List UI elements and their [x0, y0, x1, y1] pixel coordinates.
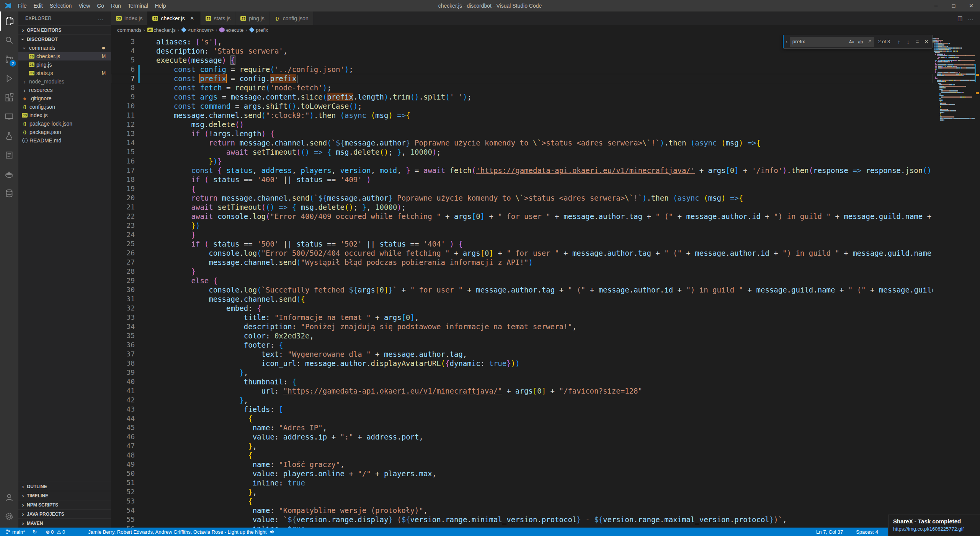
code-line[interactable]: 42 }, [111, 395, 933, 405]
close-find-icon[interactable] [922, 38, 931, 46]
code-line[interactable]: 54 name: "Kompatybline wersje (protokoły… [111, 506, 933, 515]
breadcrumb-unknown[interactable]: <unknown> [181, 27, 214, 33]
tab-index-js[interactable]: index.js [111, 11, 147, 25]
outline-section[interactable]: OUTLINE [18, 482, 111, 491]
menu-file[interactable]: File [15, 0, 30, 11]
menu-go[interactable]: Go [93, 0, 108, 11]
code-line[interactable]: 50 value: players.online + "/" + players… [111, 469, 933, 478]
remote-explorer-icon[interactable] [0, 107, 18, 126]
code-line[interactable]: 55 value: `${version.range.display} (${v… [111, 515, 933, 524]
code-line[interactable]: 18 if ( status == '400' || status == '40… [111, 175, 933, 184]
code-line[interactable]: 13 if (!args.length) { [111, 129, 933, 138]
tab-checker-js[interactable]: checker.js [147, 11, 200, 25]
problems-status[interactable]: ⊗0 ⚠0 [44, 528, 67, 536]
folder-item-resources[interactable]: resources [18, 86, 111, 94]
code-line[interactable]: 7 const prefix = config.prefix [111, 74, 933, 83]
breadcrumb-commands[interactable]: commands [117, 27, 142, 33]
code-line[interactable]: 28 } [111, 267, 933, 276]
code-editor[interactable]: 3aliases: ['s'],4description: 'Status se… [111, 35, 933, 528]
extensions-icon[interactable] [0, 88, 18, 107]
search-icon[interactable] [0, 31, 18, 50]
close-button[interactable] [962, 0, 980, 11]
breadcrumb-execute[interactable]: execute [219, 27, 244, 33]
indentation-status[interactable]: Spaces: 4 [854, 529, 880, 535]
code-line[interactable]: 26 console.log("Error 500/502/404 occure… [111, 248, 933, 258]
code-line[interactable]: 6 const config = require('../config.json… [111, 65, 933, 74]
code-line[interactable]: 41 url: "https://gamedata-api.okaeri.eu/… [111, 386, 933, 395]
code-line[interactable]: 53 { [111, 497, 933, 506]
code-line[interactable]: 24 } [111, 230, 933, 239]
code-line[interactable]: 33 title: "Informacje na temat " + args[… [111, 313, 933, 322]
code-line[interactable]: 9 const args = message.content.slice(pre… [111, 92, 933, 101]
code-line[interactable]: 52 }, [111, 487, 933, 497]
split-editor-icon[interactable] [955, 13, 965, 24]
code-line[interactable]: 34 description: "Poniżej znajdują się po… [111, 322, 933, 331]
code-line[interactable]: 8 const fetch = require('node-fetch'); [111, 83, 933, 92]
docs-icon[interactable] [0, 145, 18, 165]
code-line[interactable]: 22 await console.log("Error 400/409 occu… [111, 212, 933, 221]
file-item-stats-js[interactable]: stats.js M [18, 69, 111, 77]
sharex-notification[interactable]: ShareX - Task completed https://img.co.p… [888, 515, 980, 536]
whole-word-icon[interactable] [856, 38, 865, 46]
overview-ruler[interactable] [975, 35, 980, 528]
toggle-replace-icon[interactable] [784, 35, 790, 48]
file-item-gitignore[interactable]: .gitignore [18, 94, 111, 103]
code-line[interactable]: 17 const { status, address, players, ver… [111, 166, 933, 175]
sync-status[interactable]: ↻ [31, 528, 39, 536]
regex-icon[interactable] [865, 38, 874, 46]
code-line[interactable]: 56 inline: true [111, 524, 933, 528]
explorer-actions-icon[interactable] [98, 15, 104, 22]
code-line[interactable]: 10 const command = args.shift().toLowerC… [111, 101, 933, 111]
code-line[interactable]: 16 })} [111, 157, 933, 166]
maven-section[interactable]: MAVEN [18, 518, 111, 528]
code-line[interactable]: 40 thumbnail: { [111, 377, 933, 386]
code-line[interactable]: 12 msg.delete() [111, 120, 933, 129]
menu-edit[interactable]: Edit [30, 0, 46, 11]
previous-match-icon[interactable] [895, 38, 903, 46]
code-line[interactable]: 46 value: address.ip + ":" + address.por… [111, 432, 933, 441]
file-item-config-json[interactable]: config.json [18, 103, 111, 111]
code-line[interactable]: 31 message.channel.send({ [111, 294, 933, 304]
workspace-root-section[interactable]: DISCORDBOT [18, 34, 111, 44]
menu-terminal[interactable]: Terminal [124, 0, 152, 11]
cursor-position-status[interactable]: Ln 7, Col 37 [815, 529, 844, 535]
npm-scripts-section[interactable]: NPM SCRIPTS [18, 500, 111, 509]
code-line[interactable]: 27 message.channel.send("Wystąpił błąd p… [111, 258, 933, 267]
music-status[interactable]: Jamie Berry, Robert Edwards, Andrew Grif… [87, 528, 276, 536]
next-match-icon[interactable] [904, 38, 912, 46]
tab-ping-js[interactable]: ping.js [235, 11, 269, 25]
file-item-package-lock-json[interactable]: package-lock.json [18, 119, 111, 128]
code-line[interactable]: 51 inline: true [111, 478, 933, 487]
code-line[interactable]: 45 name: "Adres IP", [111, 423, 933, 432]
code-line[interactable]: 23 }) [111, 221, 933, 230]
open-editors-section[interactable]: OPEN EDITORS [18, 25, 111, 34]
find-in-selection-icon[interactable] [913, 38, 921, 46]
code-line[interactable]: 49 name: "Ilość graczy", [111, 460, 933, 469]
code-line[interactable]: 14 return message.channel.send(`${messag… [111, 138, 933, 147]
match-case-icon[interactable] [848, 38, 856, 46]
settings-gear-icon[interactable] [0, 507, 18, 526]
code-line[interactable]: 5execute(message) { [111, 56, 933, 65]
code-line[interactable]: 30 console.log(`Succefully fetched ${arg… [111, 285, 933, 294]
source-control-icon[interactable]: 2 [0, 50, 18, 69]
code-line[interactable]: 20 return message.channel.send(`${messag… [111, 193, 933, 203]
file-item-ping-js[interactable]: ping.js [18, 60, 111, 69]
code-line[interactable]: 11 message.channel.send(":clock9:").then… [111, 111, 933, 120]
code-line[interactable]: 48 { [111, 451, 933, 460]
code-line[interactable]: 25 if ( status == '500' || status == '50… [111, 239, 933, 248]
java-projects-section[interactable]: JAVA PROJECTS [18, 509, 111, 518]
code-line[interactable]: 36 footer: { [111, 340, 933, 350]
maximize-button[interactable] [945, 0, 962, 11]
file-item-package-json[interactable]: package.json [18, 128, 111, 136]
code-line[interactable]: 44 { [111, 414, 933, 423]
tab-stats-js[interactable]: stats.js [201, 11, 236, 25]
code-line[interactable]: 38 icon_url: message.author.displayAvata… [111, 359, 933, 368]
code-line[interactable]: 35 color: 0x2ed32e, [111, 331, 933, 340]
file-item-readme-md[interactable]: README.md [18, 136, 111, 145]
more-actions-icon[interactable] [965, 13, 976, 24]
breadcrumb-checker-js[interactable]: checker.js [147, 27, 176, 33]
explorer-icon[interactable] [0, 11, 18, 31]
menu-help[interactable]: Help [152, 0, 170, 11]
tab-config-json[interactable]: config.json [270, 11, 314, 25]
folder-item-commands[interactable]: commands [18, 44, 111, 52]
